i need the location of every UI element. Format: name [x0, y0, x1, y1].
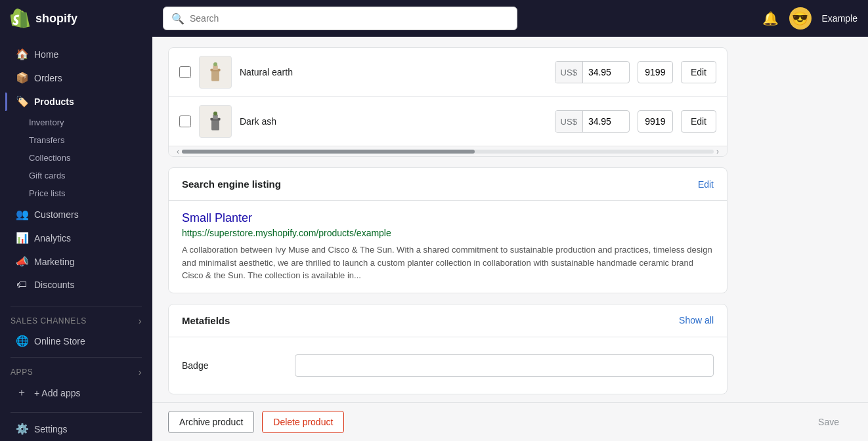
topbar-right: 🔔 😎 Example [762, 7, 857, 30]
sidebar-item-home[interactable]: 🏠 Home [5, 43, 147, 66]
scroll-bar-track [182, 150, 714, 154]
search-input[interactable] [190, 13, 509, 24]
customers-icon: 👥 [16, 208, 28, 220]
brand-name: shopify [35, 12, 77, 26]
variant-price-input-2[interactable] [583, 116, 629, 127]
discounts-icon: 🏷 [16, 279, 28, 291]
sidebar-sub-transfers[interactable]: Transfers [29, 131, 152, 149]
sales-channels-section: Sales channels › [0, 310, 152, 329]
variants-card: Natural earth US$ Edit [168, 47, 727, 157]
active-indicator [5, 93, 7, 111]
metafields-card: Metafields Show all Badge [168, 304, 727, 394]
sidebar-item-label-online-store: Online Store [34, 336, 85, 346]
products-submenu: Inventory Transfers Collections Gift car… [0, 114, 152, 202]
sidebar-item-label-home: Home [34, 49, 58, 60]
shopify-logo-icon [11, 9, 30, 28]
sidebar-item-label-add-apps: + Add apps [34, 388, 80, 398]
variant-edit-btn-2[interactable]: Edit [681, 110, 716, 133]
expand-icon[interactable]: › [139, 316, 142, 326]
sidebar-divider-2 [11, 357, 142, 358]
sidebar-item-online-store[interactable]: 🌐 Online Store [5, 329, 147, 352]
search-bar[interactable]: 🔍 [163, 7, 517, 30]
variant-name-2: Dark ash [240, 116, 547, 127]
apps-expand-icon[interactable]: › [139, 367, 142, 377]
sidebar-item-label-customers: Customers [34, 209, 79, 220]
sales-channels-label: Sales channels [11, 316, 87, 326]
store-name: Example [822, 13, 857, 24]
sidebar-item-settings[interactable]: ⚙️ Settings [5, 417, 147, 440]
scroll-left-chevron[interactable]: ‹ [174, 147, 182, 156]
seo-section-title: Search engine listing [182, 178, 281, 190]
sidebar-item-marketing[interactable]: 📣 Marketing [5, 250, 147, 273]
sidebar-item-label-discounts: Discounts [34, 280, 74, 290]
sidebar-item-orders[interactable]: 📦 Orders [5, 66, 147, 89]
avatar[interactable]: 😎 [789, 7, 812, 30]
variant-name-1: Natural earth [240, 67, 547, 77]
seo-card-body: Small Planter https://superstore.myshopi… [169, 201, 727, 293]
marketing-icon: 📣 [16, 255, 28, 268]
variant-qty-2[interactable] [638, 110, 673, 133]
sidebar-item-analytics[interactable]: 📊 Analytics [5, 226, 147, 249]
home-icon: 🏠 [16, 48, 28, 60]
topbar: shopify 🔍 🔔 😎 Example [0, 0, 868, 37]
scroll-bar-thumb[interactable] [182, 150, 475, 154]
svg-rect-4 [211, 119, 219, 131]
sidebar-item-label-settings: Settings [34, 424, 68, 434]
settings-icon: ⚙️ [16, 423, 28, 435]
notification-icon[interactable]: 🔔 [762, 10, 779, 26]
svg-rect-0 [211, 70, 219, 81]
sidebar-item-products[interactable]: 🏷️ Products [5, 90, 147, 113]
sidebar-item-customers[interactable]: 👥 Customers [5, 203, 147, 226]
scroll-track[interactable]: ‹ › [169, 146, 727, 156]
sidebar-item-discounts[interactable]: 🏷 Discounts [5, 274, 147, 296]
variant-currency-2: US$ [555, 111, 583, 132]
sidebar-sub-gift-cards[interactable]: Gift cards [29, 167, 152, 184]
seo-edit-link[interactable]: Edit [698, 179, 714, 190]
add-apps-icon: ＋ [16, 386, 28, 400]
variant-checkbox-2[interactable] [179, 116, 191, 127]
sidebar-sub-price-lists[interactable]: Price lists [29, 184, 152, 202]
sidebar-sub-collections[interactable]: Collections [29, 149, 152, 167]
metafields-card-header: Metafields Show all [169, 304, 727, 337]
analytics-icon: 📊 [16, 232, 28, 244]
logo-area: shopify [11, 9, 155, 28]
variant-price-input-1[interactable] [583, 67, 629, 77]
sidebar-main-nav: 🏠 Home 📦 Orders 🏷️ Products Inventory Tr… [0, 37, 152, 302]
metafields-section-title: Metafields [182, 315, 230, 326]
apps-label: Apps [11, 368, 33, 377]
save-button[interactable]: Save [805, 411, 852, 432]
variant-checkbox-1[interactable] [179, 66, 191, 78]
sidebar-divider-1 [11, 306, 142, 306]
sidebar-sub-inventory[interactable]: Inventory [29, 114, 152, 131]
seo-url: https://superstore.myshopify.com/product… [182, 228, 714, 238]
variants-table: Natural earth US$ Edit [169, 48, 727, 146]
online-store-icon: 🌐 [16, 335, 28, 347]
metafields-show-all-link[interactable]: Show all [679, 315, 714, 326]
search-icon: 🔍 [171, 12, 184, 25]
metafield-badge-label: Badge [182, 360, 287, 371]
variant-edit-btn-1[interactable]: Edit [681, 61, 716, 83]
svg-point-3 [213, 62, 217, 66]
sidebar-item-add-apps[interactable]: ＋ + Add apps [5, 381, 147, 405]
variant-price-wrapper-1: US$ [555, 61, 630, 83]
metafields-card-body: Badge [169, 337, 727, 394]
sidebar-item-label-analytics: Analytics [34, 233, 71, 243]
archive-product-button[interactable]: Archive product [168, 411, 254, 433]
sidebar-item-label-orders: Orders [34, 73, 62, 83]
footer-actions: Archive product Delete product Save [152, 402, 868, 441]
table-row: Natural earth US$ Edit [169, 48, 727, 97]
sidebar-item-label-products: Products [34, 96, 74, 107]
sidebar-divider-3 [11, 412, 142, 413]
apps-section: Apps › [0, 362, 152, 380]
delete-product-button[interactable]: Delete product [262, 411, 344, 433]
sidebar-item-label-marketing: Marketing [34, 257, 74, 267]
scroll-right-chevron[interactable]: › [714, 147, 722, 156]
svg-point-7 [213, 112, 217, 116]
seo-product-title: Small Planter [182, 211, 714, 225]
metafield-badge-input[interactable] [295, 354, 714, 377]
seo-card: Search engine listing Edit Small Planter… [168, 167, 727, 293]
metafield-row-badge: Badge [182, 348, 714, 383]
seo-description: A collaboration between Ivy Muse and Cis… [182, 243, 714, 282]
variant-qty-1[interactable] [638, 61, 673, 83]
variant-currency-1: US$ [555, 62, 583, 83]
